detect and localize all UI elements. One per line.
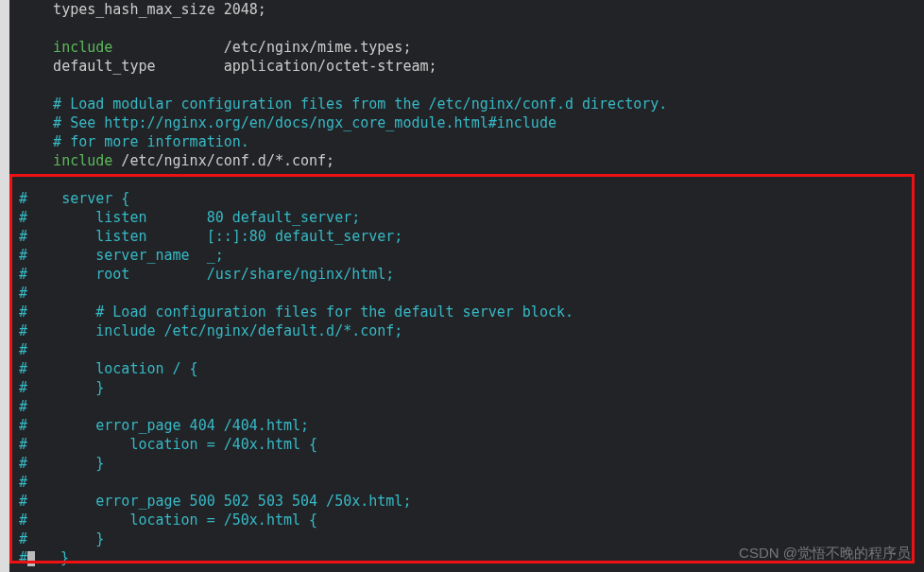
code-line: # error_page 500 502 503 504 /50x.html; <box>19 493 411 510</box>
code-line: # root /usr/share/nginx/html; <box>19 266 394 283</box>
code-line: # location / { <box>19 360 198 377</box>
code-line: # listen [::]:80 default_server; <box>19 228 402 245</box>
editor-gutter <box>0 0 9 572</box>
code-line: # <box>19 474 27 491</box>
code-line: # include /etc/nginx/default.d/*.conf; <box>19 322 402 339</box>
code-line: include /etc/nginx/conf.d/*.conf; <box>19 152 334 169</box>
code-line: # <box>19 341 27 358</box>
code-line: # error_page 404 /404.html; <box>19 417 309 434</box>
code-line: types_hash_max_size 2048; <box>19 1 266 18</box>
code-line: # location = /50x.html { <box>19 511 317 529</box>
code-line: # listen 80 default_server; <box>19 209 360 226</box>
code-line: default_type application/octet-stream; <box>19 58 437 75</box>
code-editor[interactable]: types_hash_max_size 2048; include /etc/n… <box>0 0 924 572</box>
code-line: # } <box>19 549 69 566</box>
code-line: include /etc/nginx/mime.types; <box>19 39 411 56</box>
text-cursor <box>27 551 35 566</box>
code-line: # for more information. <box>19 133 249 150</box>
code-line: # # Load configuration files for the def… <box>19 303 573 321</box>
code-line: # } <box>19 530 104 547</box>
code-line: # location = /40x.html { <box>19 436 317 453</box>
code-line: # server_name _; <box>19 247 224 264</box>
code-line: # <box>19 285 27 302</box>
code-line: # Load modular configuration files from … <box>19 95 667 113</box>
code-line: # See http://nginx.org/en/docs/ngx_core_… <box>19 114 556 131</box>
code-line: # } <box>19 455 104 472</box>
code-block: types_hash_max_size 2048; include /etc/n… <box>0 0 924 567</box>
code-line: # } <box>19 379 104 396</box>
code-line: # server { <box>19 190 129 207</box>
code-line: # <box>19 398 27 415</box>
